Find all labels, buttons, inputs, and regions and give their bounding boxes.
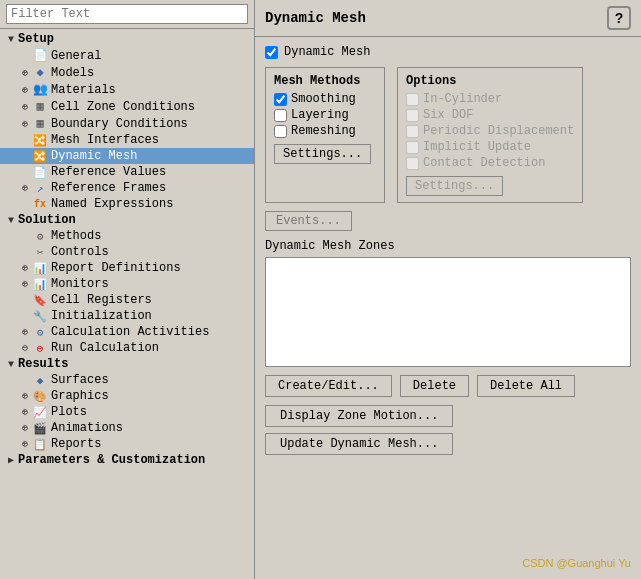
layering-label[interactable]: Layering	[291, 108, 349, 122]
cell-registers-icon: 🔖	[32, 294, 48, 307]
tree-item-surfaces[interactable]: ◆ Surfaces	[0, 372, 254, 388]
tree-item-reference-values[interactable]: 📄 Reference Values	[0, 164, 254, 180]
tree-item-run-calculation[interactable]: ⊖ ⊖ Run Calculation	[0, 340, 254, 356]
label-cell-registers: Cell Registers	[51, 293, 152, 307]
update-dynamic-mesh-button[interactable]: Update Dynamic Mesh...	[265, 433, 453, 455]
toggle-reports-r: ⊕	[18, 438, 32, 450]
filter-input[interactable]	[6, 4, 248, 24]
tree-item-results[interactable]: ▼ Results	[0, 356, 254, 372]
tree-item-models[interactable]: ⊕ ◆ Models	[0, 64, 254, 81]
label-materials: Materials	[51, 83, 116, 97]
controls-icon: ✂	[32, 246, 48, 259]
run-calculation-icon: ⊖	[32, 342, 48, 355]
contact-checkbox[interactable]	[406, 157, 419, 170]
toggle-graphics: ⊕	[18, 390, 32, 402]
zones-listbox[interactable]	[265, 257, 631, 367]
toggle-boundary: ⊕	[18, 118, 32, 130]
graphics-icon: 🎨	[32, 390, 48, 403]
label-boundary: Boundary Conditions	[51, 117, 188, 131]
tree-item-mesh-interfaces[interactable]: 🔀 Mesh Interfaces	[0, 132, 254, 148]
tree-item-plots[interactable]: ⊕ 📈 Plots	[0, 404, 254, 420]
page-title: Dynamic Mesh	[265, 10, 366, 26]
toggle-parameters: ▶	[4, 454, 18, 466]
calc-activities-icon: ⚙	[32, 326, 48, 339]
tree-item-controls[interactable]: ✂ Controls	[0, 244, 254, 260]
reports-r-icon: 📋	[32, 438, 48, 451]
toggle-animations: ⊕	[18, 422, 32, 434]
tree-item-general[interactable]: 📄 General	[0, 47, 254, 64]
remeshing-label[interactable]: Remeshing	[291, 124, 356, 138]
label-mesh-interfaces: Mesh Interfaces	[51, 133, 159, 147]
display-zone-motion-button[interactable]: Display Zone Motion...	[265, 405, 453, 427]
six-dof-label: Six DOF	[423, 108, 473, 122]
smoothing-label[interactable]: Smoothing	[291, 92, 356, 106]
dynamic-mesh-checkbox[interactable]	[265, 46, 278, 59]
tree-item-methods[interactable]: ⚙ Methods	[0, 228, 254, 244]
six-dof-checkbox[interactable]	[406, 109, 419, 122]
implicit-label: Implicit Update	[423, 140, 531, 154]
events-button[interactable]: Events...	[265, 211, 352, 231]
tree-item-animations[interactable]: ⊕ 🎬 Animations	[0, 420, 254, 436]
toggle-plots: ⊕	[18, 406, 32, 418]
delete-all-button[interactable]: Delete All	[477, 375, 575, 397]
smoothing-row: Smoothing	[274, 92, 376, 106]
toggle-materials: ⊕	[18, 84, 32, 96]
label-dynamic-mesh: Dynamic Mesh	[51, 149, 137, 163]
mesh-methods-box: Mesh Methods Smoothing Layering Remeshin…	[265, 67, 385, 203]
dynamic-mesh-checkbox-row: Dynamic Mesh	[265, 45, 631, 59]
plots-icon: 📈	[32, 406, 48, 419]
tree-item-materials[interactable]: ⊕ 👥 Materials	[0, 81, 254, 98]
tree-item-boundary[interactable]: ⊕ ▦ Boundary Conditions	[0, 115, 254, 132]
periodic-checkbox[interactable]	[406, 125, 419, 138]
toggle-results: ▼	[4, 359, 18, 370]
delete-button[interactable]: Delete	[400, 375, 469, 397]
layering-checkbox[interactable]	[274, 109, 287, 122]
options-box: Options In-Cylinder Six DOF Periodic Dis…	[397, 67, 583, 203]
cell-zone-icon: ▦	[32, 99, 48, 114]
toggle-reference-frames: ⊕	[18, 182, 32, 194]
tree-item-initialization[interactable]: 🔧 Initialization	[0, 308, 254, 324]
toggle-solution: ▼	[4, 215, 18, 226]
in-cylinder-checkbox[interactable]	[406, 93, 419, 106]
remeshing-row: Remeshing	[274, 124, 376, 138]
create-edit-button[interactable]: Create/Edit...	[265, 375, 392, 397]
mesh-interfaces-icon: 🔀	[32, 134, 48, 147]
tree-item-named-expressions[interactable]: fx Named Expressions	[0, 196, 254, 212]
smoothing-checkbox[interactable]	[274, 93, 287, 106]
label-initialization: Initialization	[51, 309, 152, 323]
mesh-methods-settings-btn[interactable]: Settings...	[274, 144, 371, 164]
in-cylinder-label: In-Cylinder	[423, 92, 502, 106]
tree-item-cell-zone[interactable]: ⊕ ▦ Cell Zone Conditions	[0, 98, 254, 115]
label-parameters: Parameters & Customization	[18, 453, 205, 467]
periodic-row: Periodic Displacement	[406, 124, 574, 138]
tree-item-monitors[interactable]: ⊕ 📊 Monitors	[0, 276, 254, 292]
label-report-definitions: Report Definitions	[51, 261, 181, 275]
tree-item-graphics[interactable]: ⊕ 🎨 Graphics	[0, 388, 254, 404]
tree-item-report-definitions[interactable]: ⊕ 📊 Report Definitions	[0, 260, 254, 276]
tree-item-cell-registers[interactable]: 🔖 Cell Registers	[0, 292, 254, 308]
remeshing-checkbox[interactable]	[274, 125, 287, 138]
periodic-label: Periodic Displacement	[423, 124, 574, 138]
label-monitors: Monitors	[51, 277, 109, 291]
layering-row: Layering	[274, 108, 376, 122]
tree-item-parameters[interactable]: ▶ Parameters & Customization	[0, 452, 254, 468]
tree-item-calc-activities[interactable]: ⊕ ⚙ Calculation Activities	[0, 324, 254, 340]
implicit-checkbox[interactable]	[406, 141, 419, 154]
mesh-methods-title: Mesh Methods	[274, 74, 376, 88]
help-button[interactable]: ?	[607, 6, 631, 30]
tree-item-solution[interactable]: ▼ Solution	[0, 212, 254, 228]
options-settings-btn[interactable]: Settings...	[406, 176, 503, 196]
named-expressions-icon: fx	[32, 199, 48, 210]
toggle-monitors: ⊕	[18, 278, 32, 290]
tree-item-dynamic-mesh[interactable]: 🔀 Dynamic Mesh	[0, 148, 254, 164]
tree-item-setup[interactable]: ▼ Setup	[0, 31, 254, 47]
label-surfaces: Surfaces	[51, 373, 109, 387]
boundary-icon: ▦	[32, 116, 48, 131]
tree-item-reports-r[interactable]: ⊕ 📋 Reports	[0, 436, 254, 452]
toggle-calc-activities: ⊕	[18, 326, 32, 338]
label-controls: Controls	[51, 245, 109, 259]
tree-item-reference-frames[interactable]: ⊕ ↗ Reference Frames	[0, 180, 254, 196]
two-col-section: Mesh Methods Smoothing Layering Remeshin…	[265, 67, 631, 203]
dynamic-mesh-label[interactable]: Dynamic Mesh	[284, 45, 370, 59]
monitors-icon: 📊	[32, 278, 48, 291]
